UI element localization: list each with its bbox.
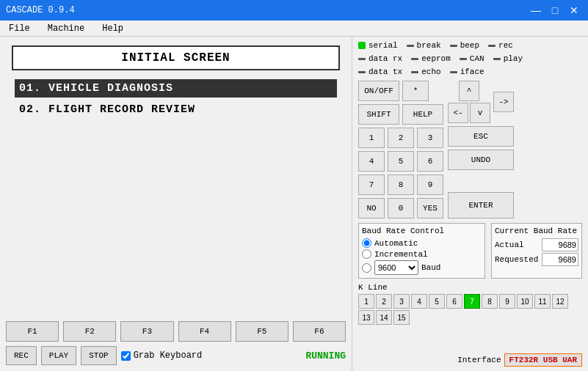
baud-control-title: Baud Rate Control	[362, 227, 482, 235]
menu-item-2[interactable]: 02. FLIGHT RECORD REVIEW	[15, 100, 337, 119]
app-title: CASCADE 0.9.4	[6, 5, 75, 15]
screen-title: INITIAL SCREEN	[12, 45, 340, 70]
break-led	[407, 45, 414, 47]
menu-file[interactable]: File	[3, 22, 36, 35]
f6-button[interactable]: F6	[293, 321, 346, 342]
requested-baud-row: Requested	[495, 253, 578, 266]
window-controls: — □ ✕	[528, 4, 582, 17]
kline-btn-8[interactable]: 8	[482, 294, 498, 309]
auto-radio-label[interactable]: Automatic	[362, 238, 482, 248]
can-led	[460, 58, 467, 60]
f3-button[interactable]: F3	[120, 321, 173, 342]
status-iface: iface	[450, 67, 484, 76]
kline-btn-9[interactable]: 9	[499, 294, 515, 309]
grab-keyboard-checkbox[interactable]	[121, 351, 131, 361]
key-2[interactable]: 2	[388, 128, 414, 148]
rec-led	[488, 45, 496, 47]
baud-input-row: 9600 4800 19200 Baud	[362, 260, 482, 275]
key-5[interactable]: 5	[388, 151, 414, 172]
kline-btn-3[interactable]: 3	[393, 294, 410, 309]
key-4[interactable]: 4	[358, 151, 385, 172]
data-tx-led	[358, 71, 366, 73]
keypad-row-1: ON/OFF *	[358, 81, 443, 101]
maximize-button[interactable]: □	[547, 4, 563, 17]
baud-section: Baud Rate Control Automatic Incremental …	[358, 223, 582, 279]
main-area: INITIAL SCREEN 01. VEHICLE DIAGNOSIS 02.…	[0, 37, 588, 371]
key-0[interactable]: 0	[388, 198, 414, 218]
no-button[interactable]: NO	[358, 198, 385, 218]
grab-keyboard-label[interactable]: Grab Keyboard	[121, 350, 203, 361]
kline-btn-2[interactable]: 2	[376, 294, 392, 309]
incremental-radio-label[interactable]: Incremental	[362, 249, 482, 259]
undo-button[interactable]: UNDO	[448, 150, 514, 170]
rec-button[interactable]: REC	[6, 346, 37, 365]
status-row-1: serial break beep rec	[358, 41, 582, 50]
stop-button[interactable]: STOP	[81, 346, 116, 365]
status-row-2: data rx eeprom CAN play	[358, 54, 582, 63]
play-button[interactable]: PLAY	[41, 346, 76, 365]
key-1[interactable]: 1	[358, 128, 385, 148]
key-7[interactable]: 7	[358, 175, 385, 195]
f5-button[interactable]: F5	[236, 321, 288, 342]
interface-value: FT232R USB UAR	[504, 353, 582, 367]
help-button[interactable]: HELP	[402, 104, 443, 125]
kline-btn-15[interactable]: 15	[393, 310, 410, 325]
kline-btn-14[interactable]: 14	[376, 310, 392, 325]
menu-list: 01. VEHICLE DIAGNOSIS 02. FLIGHT RECORD …	[6, 79, 346, 119]
keypad-row-3: 1 2 3	[358, 128, 443, 148]
requested-baud-input[interactable]	[542, 253, 578, 266]
status-play: play	[493, 54, 523, 63]
menu-item-1[interactable]: 01. VEHICLE DIAGNOSIS	[15, 79, 337, 98]
arrow-cluster: ^ <- v	[448, 81, 490, 123]
key-3[interactable]: 3	[417, 128, 443, 148]
left-arrow[interactable]: <-	[448, 103, 468, 123]
keypad-row-5: 7 8 9	[358, 175, 443, 195]
baud-select[interactable]: 9600 4800 19200	[374, 260, 418, 275]
key-9[interactable]: 9	[417, 175, 443, 195]
key-6[interactable]: 6	[417, 151, 443, 172]
onoff-button[interactable]: ON/OFF	[358, 81, 399, 101]
menu-bar: File Machine Help	[0, 21, 588, 37]
kline-btn-11[interactable]: 11	[534, 294, 551, 309]
kline-btn-12[interactable]: 12	[552, 294, 568, 309]
right-controls: ^ <- v -> ESC UNDO ENTER	[448, 81, 514, 218]
kline-btn-13[interactable]: 13	[358, 310, 374, 325]
keypad-area: ON/OFF * SHIFT HELP 1 2 3 4 5	[358, 81, 443, 218]
f4-button[interactable]: F4	[178, 321, 231, 342]
incremental-radio[interactable]	[362, 249, 371, 259]
auto-radio[interactable]	[362, 238, 371, 248]
kline-btn-5[interactable]: 5	[429, 294, 445, 309]
enter-button[interactable]: ENTER	[448, 192, 514, 218]
f1-button[interactable]: F1	[6, 321, 59, 342]
status-break: break	[407, 41, 441, 50]
down-arrow[interactable]: v	[470, 103, 490, 123]
kline-btn-1[interactable]: 1	[358, 294, 374, 309]
star-button[interactable]: *	[402, 81, 429, 101]
kline-btn-10[interactable]: 10	[517, 294, 533, 309]
shift-button[interactable]: SHIFT	[358, 104, 399, 125]
status-data-rx: data rx	[358, 54, 402, 63]
yes-button[interactable]: YES	[417, 198, 443, 218]
manual-baud-radio[interactable]	[362, 263, 371, 273]
fn-buttons: F1 F2 F3 F4 F5 F6	[6, 321, 346, 342]
kline-btn-6[interactable]: 6	[446, 294, 462, 309]
up-arrow[interactable]: ^	[459, 81, 479, 101]
status-echo: echo	[411, 67, 440, 76]
close-button[interactable]: ✕	[566, 4, 582, 17]
menu-machine[interactable]: Machine	[42, 22, 90, 35]
running-status: RUNNING	[305, 350, 346, 361]
kline-title: K Line	[358, 283, 582, 292]
kline-btn-4[interactable]: 4	[411, 294, 427, 309]
actual-baud-input[interactable]	[542, 238, 578, 251]
left-panel: INITIAL SCREEN 01. VEHICLE DIAGNOSIS 02.…	[0, 37, 352, 371]
status-rec: rec	[488, 41, 513, 50]
menu-help[interactable]: Help	[96, 22, 129, 35]
minimize-button[interactable]: —	[528, 4, 544, 17]
kline-btn-7[interactable]: 7	[464, 294, 480, 309]
f2-button[interactable]: F2	[63, 321, 116, 342]
esc-button[interactable]: ESC	[448, 126, 514, 147]
data-rx-led	[358, 58, 366, 60]
right-arrow[interactable]: ->	[493, 92, 514, 112]
key-8[interactable]: 8	[388, 175, 414, 195]
arrow-area: ^ <- v ->	[448, 81, 514, 123]
